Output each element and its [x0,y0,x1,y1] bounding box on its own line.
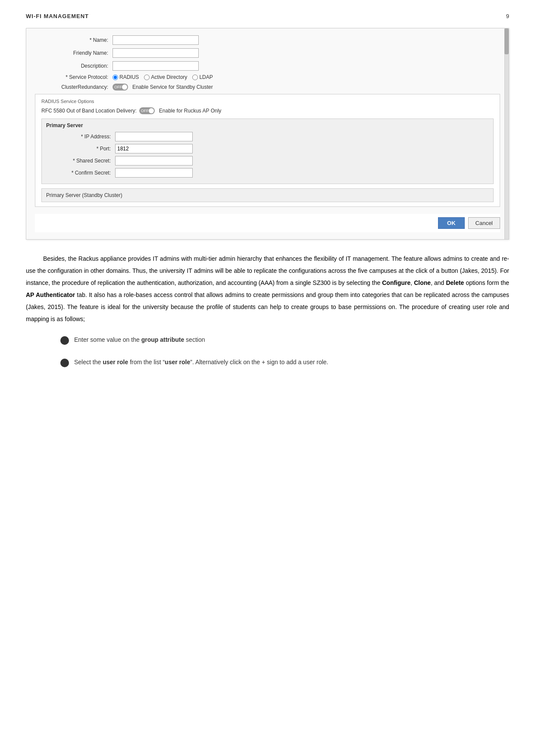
friendly-name-row: Friendly Name: [35,48,500,58]
ldap-label: LDAP [199,74,213,80]
cluster-toggle-text: OFF [114,85,122,89]
cluster-toggle[interactable]: OFF [113,84,128,91]
active-directory-radio[interactable] [144,75,150,80]
ldap-radio[interactable] [192,75,198,80]
primary-server-title: Primary Server [46,122,489,128]
friendly-name-label: Friendly Name: [35,50,113,56]
description-row: Description: [35,61,500,71]
cluster-toggle-group: OFF Enable Service for Standby Cluster [113,84,213,91]
page-header: WI-FI MANAGEMENT 9 [26,13,509,19]
bullet-dot-2 [60,359,69,367]
bullet-text-2: Select the user role from the list “user… [74,356,509,368]
paragraph-1: Besides, the Rackus appliance provides I… [26,253,509,325]
ip-address-input[interactable] [115,132,193,141]
bullet-item-1: Enter some value on the group attribute … [60,334,509,346]
scroll-thumb[interactable] [504,28,509,54]
radius-section: RADIUS Service Options RFC 5580 Out of B… [35,94,500,207]
dialog-footer: OK Cancel [35,214,500,232]
cancel-button[interactable]: Cancel [468,217,500,229]
rfc-label: RFC 5580 Out of Band Location Delivery: [41,108,137,114]
cluster-redundancy-row: ClusterRedundancy: OFF Enable Service fo… [35,84,500,91]
rfc-toggle-description: Enable for Ruckus AP Only [159,108,222,114]
radius-radio-label[interactable]: RADIUS [113,74,139,80]
protocol-radio-group: RADIUS Active Directory LDAP [113,74,213,80]
primary-server-box: Primary Server * IP Address: * Port: * S… [41,119,494,184]
radius-section-title: RADIUS Service Options [41,99,494,104]
friendly-name-input[interactable] [113,48,199,58]
scrollbar[interactable] [504,28,509,239]
standby-server-title: Primary Server (Standby Cluster) [46,192,489,198]
active-directory-radio-label[interactable]: Active Directory [144,74,187,80]
name-input[interactable] [113,35,199,45]
body-text-section: Besides, the Rackus appliance provides I… [26,253,509,325]
service-protocol-label: * Service Protocol: [35,74,113,80]
ip-address-row: * IP Address: [46,132,489,141]
description-input[interactable] [113,61,199,71]
bullet-item-2: Select the user role from the list “user… [60,356,509,368]
rfc-toggle[interactable]: OFF [139,107,155,114]
shared-secret-input[interactable] [115,156,193,166]
port-label: * Port: [46,146,115,152]
cluster-toggle-description: Enable Service for Standby Cluster [132,84,213,90]
standby-server-box: Primary Server (Standby Cluster) [41,188,494,202]
active-directory-label: Active Directory [151,74,187,80]
page-number: 9 [506,13,509,19]
confirm-secret-input[interactable] [115,168,193,178]
name-row: * Name: [35,35,500,45]
shared-secret-label: * Shared Secret: [46,158,115,164]
bullet-dot-1 [60,336,69,345]
confirm-secret-row: * Confirm Secret: [46,168,489,178]
bullet-text-1: Enter some value on the group attribute … [74,334,509,346]
port-row: * Port: [46,144,489,153]
ip-address-label: * IP Address: [46,134,115,140]
description-label: Description: [35,63,113,69]
shared-secret-row: * Shared Secret: [46,156,489,166]
ok-button[interactable]: OK [438,217,465,229]
ldap-radio-label[interactable]: LDAP [192,74,213,80]
cluster-redundancy-label: ClusterRedundancy: [35,84,113,90]
rfc-row: RFC 5580 Out of Band Location Delivery: … [41,107,494,114]
radius-label: RADIUS [119,74,139,80]
confirm-secret-label: * Confirm Secret: [46,170,115,176]
dialog-container: * Name: Friendly Name: Description: * Se… [26,28,509,240]
bullet-list: Enter some value on the group attribute … [60,334,509,368]
name-label: * Name: [35,37,113,43]
page-title: WI-FI MANAGEMENT [26,13,89,19]
port-input[interactable] [115,144,193,153]
rfc-toggle-text: OFF [141,109,149,113]
radius-radio[interactable] [113,75,118,80]
service-protocol-row: * Service Protocol: RADIUS Active Direct… [35,74,500,80]
